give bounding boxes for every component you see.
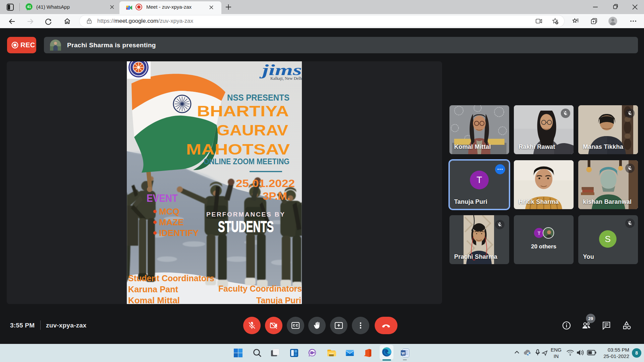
svg-text:25.01.2022: 25.01.2022 [236,177,295,189]
svg-text:Kalkaji, New Delhi: Kalkaji, New Delhi [270,76,302,81]
svg-text:Tanuja Puri: Tanuja Puri [256,295,301,304]
svg-text:IDENTIFY: IDENTIFY [159,228,199,238]
svg-text:41: 41 [27,5,31,9]
svg-text:Student Coordinators: Student Coordinators [128,273,214,283]
svg-text:Komal Mittal: Komal Mittal [128,295,180,304]
svg-text:MCQ: MCQ [159,206,179,217]
svg-text:MAHOTSAV: MAHOTSAV [186,141,290,158]
svg-text:NSS PRESENTS: NSS PRESENTS [227,93,289,102]
svg-text:GAURAV: GAURAV [217,122,288,139]
svg-text:BHARTIYA: BHARTIYA [197,103,289,120]
svg-text:ONLINE ZOOM MEETING: ONLINE ZOOM MEETING [204,157,289,166]
svg-text:Karuna Pant: Karuna Pant [128,284,178,294]
svg-text:MAZE: MAZE [159,217,184,227]
svg-text:STUDENTS: STUDENTS [218,218,274,235]
svg-text:W: W [401,351,405,355]
svg-text:PERFORMANCES BY: PERFORMANCES BY [206,211,284,218]
svg-text:3P.M.: 3P.M. [263,190,290,202]
svg-text:Faculty Coordinators: Faculty Coordinators [218,284,302,294]
svg-text:EVENT: EVENT [147,192,178,204]
